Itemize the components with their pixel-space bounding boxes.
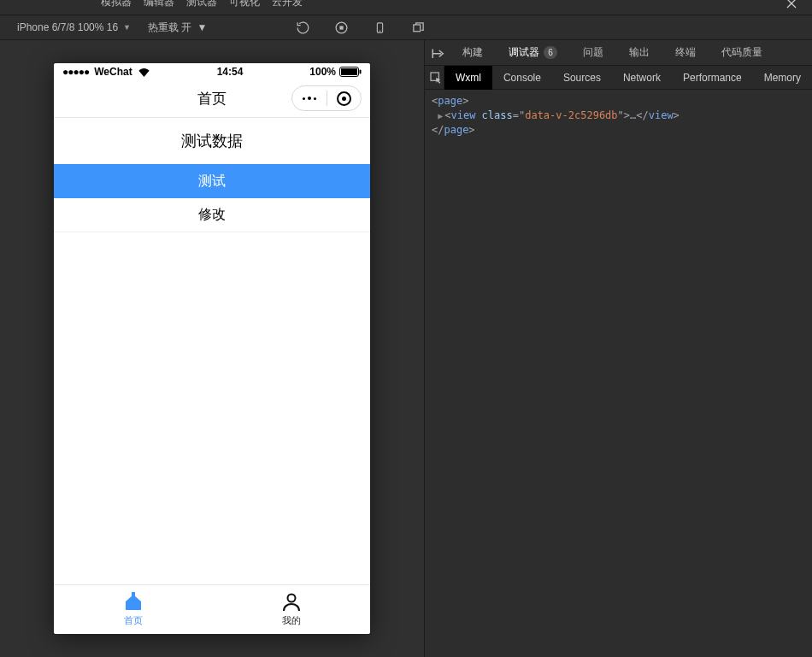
chevron-down-icon: ▼ [197,21,207,33]
dt-wxml-label: Wxml [456,72,481,84]
step-over-button[interactable] [430,44,447,62]
devtools-tab-memory[interactable]: Memory [753,66,812,90]
target-icon [337,91,351,106]
content-header: 测试数据 [54,118,370,164]
devtools-tab-console[interactable]: Console [492,66,552,90]
hot-reload-label: 热重载 开 [148,21,191,35]
svg-rect-4 [413,24,420,31]
step-over-icon [431,47,446,59]
dom-node-page-open[interactable]: <page> [432,94,812,109]
devtools-tabs-row: Wxml Console Sources Network Performance… [425,66,812,90]
simulator-pane: ●●●●● WeChat 14:54 100% [0,40,425,657]
tab-debugger-label: 调试器 [509,45,539,60]
person-icon [281,592,302,613]
panel-tabs-row: 构建 调试器 6 问题 输出 终端 代码质量 [425,40,812,66]
debugger-badge: 6 [544,46,557,59]
tab-problems[interactable]: 问题 [573,40,614,66]
dom-node-page-close[interactable]: </page> [432,123,812,138]
svg-rect-6 [341,68,357,75]
tab-problems-label: 问题 [583,45,603,60]
svg-point-3 [379,30,380,31]
modify-button[interactable]: 修改 [54,198,370,232]
close-icon [786,0,797,9]
hot-reload-toggle[interactable]: 热重载 开 ▼ [139,15,215,40]
devtools-tab-performance[interactable]: Performance [672,66,753,90]
dt-performance-label: Performance [683,72,742,84]
detach-button[interactable] [410,20,426,35]
capsule-menu-button[interactable] [292,86,327,110]
svg-point-9 [287,595,295,602]
tab-home[interactable]: 首页 [54,585,212,634]
app-tabbar: 首页 我的 [54,584,370,634]
tab-build-label: 构建 [462,45,483,60]
nav-title: 首页 [197,89,227,109]
tab-home-label: 首页 [124,614,143,627]
status-time: 14:54 [217,66,244,78]
devtools-tab-wxml[interactable]: Wxml [444,66,492,90]
tab-mine[interactable]: 我的 [212,585,370,634]
device-orient-button[interactable] [372,20,387,35]
menu-clouddev[interactable]: 云开发 [272,0,303,9]
svg-rect-7 [359,70,361,74]
windows-icon [411,21,426,35]
stop-button[interactable] [333,20,349,35]
phone-status-bar: ●●●●● WeChat 14:54 100% [54,63,370,80]
signal-icon: ●●●●● [62,66,89,78]
menu-editor[interactable]: 编辑器 [144,0,174,9]
window-close-button[interactable] [771,0,812,15]
app-navigation-bar: 首页 [54,80,370,118]
dom-tree-view[interactable]: <page> ▶<view class="data-v-2c5296db">…<… [425,90,812,657]
menu-tester[interactable]: 测试器 [186,0,217,9]
phone-simulator: ●●●●● WeChat 14:54 100% [54,63,370,634]
tab-build[interactable]: 构建 [452,40,493,66]
capsule-button-group [291,85,362,111]
device-toolbar: iPhone 6/7/8 100% 16 ▼ 热重载 开 ▼ [0,15,812,40]
tab-code-quality-label: 代码质量 [721,45,762,60]
menu-visualize[interactable]: 可视化 [229,0,260,9]
battery-icon [339,67,362,77]
status-battery-pct: 100% [309,66,336,78]
test-button[interactable]: 测试 [54,164,370,198]
dt-network-label: Network [623,72,661,84]
tab-output[interactable]: 输出 [619,40,660,66]
status-carrier: WeChat [94,66,132,78]
tab-mine-label: 我的 [282,614,301,627]
devtools-tab-sources[interactable]: Sources [552,66,612,90]
chevron-down-icon: ▼ [123,23,131,32]
stop-icon [334,21,349,35]
home-icon [123,592,144,613]
menu-simulator[interactable]: 模拟器 [101,0,132,9]
inspect-element-button[interactable] [428,67,444,89]
menu-dots-icon [303,97,316,100]
tab-debugger[interactable]: 调试器 6 [498,40,568,66]
app-menubar: 模拟器 编辑器 测试器 可视化 云开发 [0,0,812,15]
tab-code-quality[interactable]: 代码质量 [711,40,773,66]
refresh-icon [296,21,310,35]
svg-rect-8 [132,592,135,597]
dom-node-view[interactable]: ▶<view class="data-v-2c5296db">…</view> [432,109,812,123]
dt-console-label: Console [503,72,541,84]
inspect-icon [429,71,443,85]
app-page-content: 测试数据 测试 修改 [54,118,370,584]
dt-memory-label: Memory [764,72,801,84]
devtools-pane: 构建 调试器 6 问题 输出 终端 代码质量 Wxml Console Sour… [425,40,812,657]
tab-output-label: 输出 [629,45,650,60]
tab-terminal-label: 终端 [675,45,696,60]
svg-rect-10 [432,49,434,58]
device-label: iPhone 6/7/8 100% 16 [17,21,118,33]
devtools-tab-network[interactable]: Network [612,66,672,90]
capsule-close-button[interactable] [327,86,362,110]
svg-rect-1 [339,26,343,29]
dt-sources-label: Sources [563,72,601,84]
refresh-button[interactable] [295,20,310,35]
tab-terminal[interactable]: 终端 [665,40,706,66]
phone-icon [374,21,386,35]
wifi-icon [138,67,150,77]
device-select[interactable]: iPhone 6/7/8 100% 16 ▼ [9,15,139,40]
